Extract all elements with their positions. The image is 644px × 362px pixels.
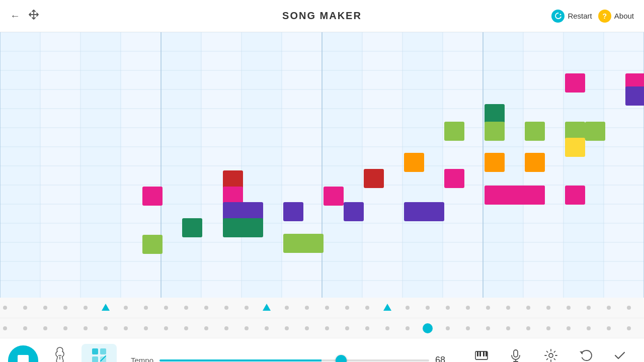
stop-icon xyxy=(18,355,29,363)
beat-dot2 xyxy=(224,326,228,330)
note[interactable] xyxy=(485,122,505,141)
settings-button[interactable]: Settings xyxy=(534,345,568,362)
beat-dot xyxy=(224,306,228,310)
back-button[interactable]: ← xyxy=(10,10,20,22)
about-button[interactable]: ? About xyxy=(598,10,634,23)
beat-dot xyxy=(486,306,490,310)
beat-dot2 xyxy=(245,326,249,330)
beat-dot2 xyxy=(43,326,47,330)
svg-marker-65 xyxy=(580,351,583,354)
beat-dot2 xyxy=(546,326,550,330)
beat-dot xyxy=(406,306,410,310)
undo-button[interactable]: Undo xyxy=(570,345,602,362)
note[interactable] xyxy=(283,234,324,253)
restart-button[interactable]: Restart xyxy=(551,10,592,23)
beat-dot xyxy=(426,306,430,310)
beat-triangle[interactable] xyxy=(102,304,110,311)
note[interactable] xyxy=(525,186,545,205)
beat-dot xyxy=(526,306,530,310)
right-controls: Midi Mic Settings Undo xyxy=(465,345,636,362)
beat-dot2 xyxy=(567,326,571,330)
move-button[interactable] xyxy=(28,9,39,23)
beat-triangle[interactable] xyxy=(383,304,391,311)
beat-dot xyxy=(305,306,309,310)
note[interactable] xyxy=(404,202,444,221)
note[interactable] xyxy=(444,169,464,188)
beat-dot2 xyxy=(84,326,88,330)
beat-dot2 xyxy=(204,326,208,330)
beat-triangle[interactable] xyxy=(263,304,271,311)
undo-icon xyxy=(579,348,593,362)
tempo-slider[interactable] xyxy=(159,359,429,361)
svg-point-64 xyxy=(549,353,553,357)
note[interactable] xyxy=(525,122,545,141)
beat-dot xyxy=(204,306,208,310)
mic-button[interactable]: Mic xyxy=(500,345,532,362)
beat-dot2 xyxy=(305,326,309,330)
stop-button[interactable] xyxy=(8,345,38,363)
beat-dot2 xyxy=(285,326,289,330)
note[interactable] xyxy=(585,122,605,141)
note[interactable] xyxy=(142,235,163,254)
beat-dot2 xyxy=(587,326,591,330)
svg-rect-4 xyxy=(242,32,282,298)
note[interactable] xyxy=(364,169,384,188)
beat-dot2 xyxy=(325,326,329,330)
settings-icon xyxy=(544,348,558,362)
beat-dot xyxy=(627,306,631,310)
header-right: Restart ? About xyxy=(551,10,634,23)
beat-dot2 xyxy=(104,326,108,330)
note[interactable] xyxy=(485,104,505,123)
grid-area[interactable] xyxy=(0,32,644,298)
svg-marker-0 xyxy=(559,14,561,15)
note[interactable] xyxy=(625,86,644,106)
beat-dot2 xyxy=(63,326,67,330)
note[interactable] xyxy=(444,122,464,141)
note[interactable] xyxy=(565,73,585,93)
note[interactable] xyxy=(525,153,545,172)
beat-dot xyxy=(164,306,168,310)
beat-dot xyxy=(506,306,510,310)
svg-rect-60 xyxy=(486,351,487,356)
note[interactable] xyxy=(324,187,344,206)
beat-dot2 xyxy=(466,326,470,330)
svg-rect-52 xyxy=(100,348,106,354)
beat-dot2 xyxy=(164,326,168,330)
strings-button[interactable]: Strings xyxy=(42,342,77,362)
note[interactable] xyxy=(485,153,505,172)
note[interactable] xyxy=(344,202,364,221)
beat-markers-row1 xyxy=(0,298,644,318)
restart-label: Restart xyxy=(568,12,592,20)
beat-dot xyxy=(285,306,289,310)
blocks-button[interactable]: Blocks xyxy=(82,344,117,362)
beat-dot xyxy=(23,306,27,310)
note[interactable] xyxy=(565,138,585,157)
save-button[interactable]: Save xyxy=(604,345,636,362)
beat-dot xyxy=(466,306,470,310)
beat-dot xyxy=(567,306,571,310)
note[interactable] xyxy=(404,153,424,172)
beat-dot xyxy=(245,306,249,310)
note[interactable] xyxy=(182,218,202,237)
beat-dot2 xyxy=(406,326,410,330)
beat-dot2 xyxy=(345,326,349,330)
svg-rect-5 xyxy=(322,32,362,298)
note[interactable] xyxy=(283,202,303,221)
save-icon xyxy=(613,348,627,362)
move-icon xyxy=(28,9,39,23)
tempo-label: Tempo xyxy=(131,356,153,362)
beat-markers-row2 xyxy=(0,318,644,338)
beat-dot xyxy=(3,306,7,310)
beat-dot2 xyxy=(506,326,510,330)
beat-dot xyxy=(607,306,611,310)
svg-rect-59 xyxy=(483,351,485,356)
svg-rect-8 xyxy=(564,32,604,298)
midi-button[interactable]: Midi xyxy=(465,345,498,362)
note[interactable] xyxy=(565,186,585,205)
svg-rect-61 xyxy=(514,350,518,357)
note[interactable] xyxy=(142,187,163,206)
header: ← SONG MAKER Restart ? About xyxy=(0,0,644,32)
beat-dot2 xyxy=(3,326,7,330)
note[interactable] xyxy=(223,218,263,237)
playhead-circle[interactable] xyxy=(423,323,433,333)
